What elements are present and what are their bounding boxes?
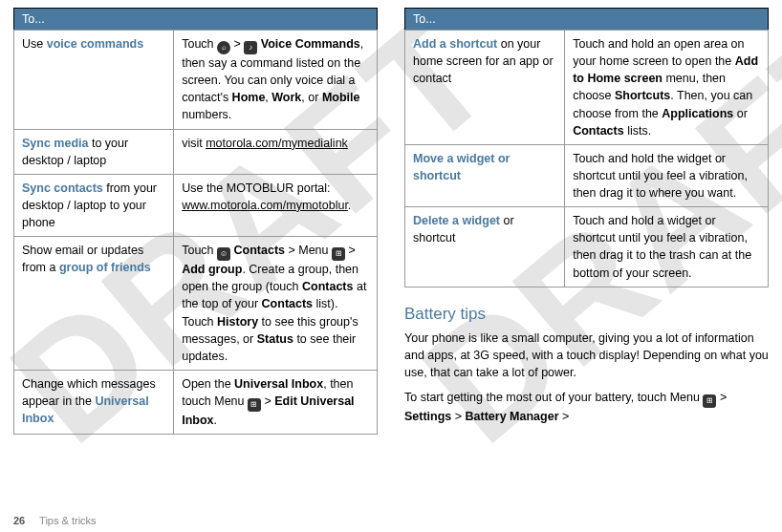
left-tips-table: To... Use voice commandsTouch ⌕ > ♪ Voic… [13,8,378,435]
bold-text: Edit Universal Inbox [182,394,354,427]
bold-text: Contacts [234,244,285,257]
page-number: 26 [13,515,25,526]
bold-text: Shortcuts [615,89,670,102]
table-row: Change which messages appear in the Univ… [14,370,378,434]
footer-section: Tips & tricks [39,515,97,526]
page-footer: 26 Tips & tricks [13,515,97,526]
table-row: Show email or updates from a group of fr… [14,237,378,371]
task-cell: Delete a widget or shortcut [405,207,565,287]
task-highlight: Universal Inbox [22,394,149,425]
link-text: www.motorola.com/mymotoblur [182,199,348,212]
task-cell: Sync media to your desktop / laptop [14,129,174,174]
bold-text: Applications [662,107,733,120]
bold-text: Universal Inbox [234,377,323,391]
left-column: To... Use voice commandsTouch ⌕ > ♪ Voic… [13,8,378,435]
desc-cell: Open the Universal Inbox, then touch Men… [174,370,378,434]
task-cell: Show email or updates from a group of fr… [14,237,174,371]
table-row: Use voice commandsTouch ⌕ > ♪ Voice Comm… [14,31,378,130]
desc-cell: Touch and hold the widget or shortcut un… [565,144,769,206]
bold-text: Voice Commands [261,37,360,51]
right-column: To... Add a shortcut on your home screen… [404,8,769,435]
bold-text: Settings [404,410,451,423]
task-highlight: group of friends [59,261,151,274]
menu-icon: ⊞ [248,398,261,412]
right-table-header: To... [405,9,769,31]
bold-text: Contacts [302,280,353,293]
voice-icon: ♪ [244,41,257,54]
search-icon: ⌕ [217,41,230,54]
bold-text: Work [272,91,301,104]
task-highlight: voice commands [47,37,143,51]
bold-text: Home [232,91,266,104]
bold-text: Add to Home screen [573,54,758,85]
contacts-icon: ☺ [217,247,230,261]
desc-cell: Use the MOTOBLUR portal: www.motorola.co… [174,174,378,236]
right-tips-table: To... Add a shortcut on your home screen… [404,8,769,287]
bold-text: Add group [182,263,242,276]
table-row: Add a shortcut on your home screen for a… [405,31,769,145]
menu-icon: ⊞ [332,247,345,261]
left-table-header: To... [14,9,378,31]
task-cell: Use voice commands [14,31,174,130]
menu-icon: ⊞ [703,394,716,408]
desc-cell: Touch and hold an open area on your home… [565,31,769,145]
task-cell: Sync contacts from your desktop / laptop… [14,174,174,236]
task-cell: Move a widget or shortcut [405,144,565,206]
bold-text: Battery Manager [466,410,559,423]
task-cell: Add a shortcut on your home screen for a… [405,31,565,145]
bold-text: History [217,315,258,329]
table-row: Sync media to your desktop / laptopvisit… [14,129,378,174]
desc-cell: Touch and hold a widget or shortcut unti… [565,207,769,287]
bold-text: Contacts [262,297,313,310]
bold-text: Contacts [573,124,623,138]
bold-text: Status [257,332,293,346]
task-cell: Change which messages appear in the Univ… [14,370,174,434]
desc-cell: Touch ⌕ > ♪ Voice Commands, then say a c… [174,31,378,130]
desc-cell: Touch ☺ Contacts > Menu ⊞ > Add group. C… [174,237,378,371]
desc-cell: visit motorola.com/mymedialink [174,129,378,174]
task-highlight: Delete a widget [413,214,500,227]
link-text: motorola.com/mymedialink [206,137,348,150]
task-highlight: Sync media [22,137,88,150]
table-row: Sync contacts from your desktop / laptop… [14,174,378,236]
bold-text: Mobile [322,91,360,104]
battery-tips-para-1: Your phone is like a small computer, giv… [404,330,769,381]
task-highlight: Sync contacts [22,181,103,195]
battery-tips-para-2: To start getting the most out of your ba… [404,389,769,425]
table-row: Move a widget or shortcutTouch and hold … [405,144,769,206]
battery-tips-heading: Battery tips [404,305,769,324]
task-highlight: Move a widget or shortcut [413,152,510,182]
task-highlight: Add a shortcut [413,37,497,51]
table-row: Delete a widget or shortcutTouch and hol… [405,207,769,287]
